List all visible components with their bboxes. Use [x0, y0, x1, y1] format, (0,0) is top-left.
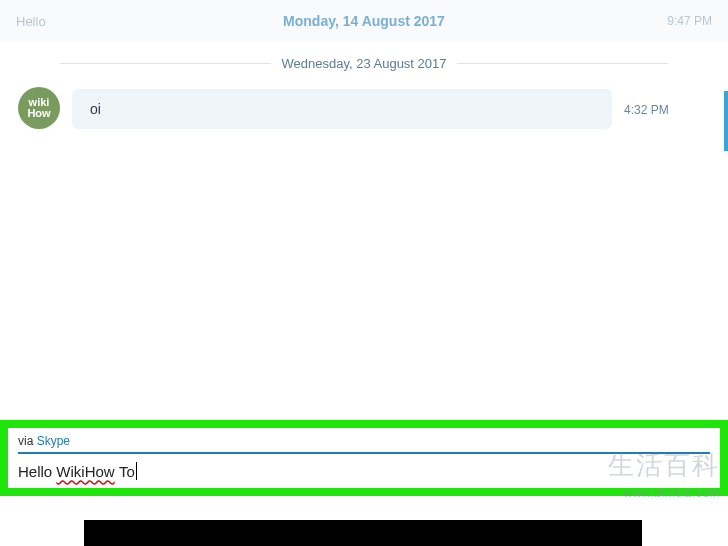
- divider-line-left: [60, 63, 271, 64]
- previous-message-preview: Hello: [16, 14, 46, 29]
- compose-text-suffix: To: [119, 463, 135, 480]
- compose-text-spell-1: WikiHow: [56, 463, 114, 480]
- chat-header: Hello Monday, 14 August 2017 9:47 PM: [0, 0, 728, 42]
- bottom-bar: [84, 520, 642, 546]
- avatar-text-bottom: How: [27, 108, 50, 119]
- divider-date-text: Wednesday, 23 August 2017: [281, 56, 446, 71]
- message-row: wiki How oi 4:32 PM: [0, 81, 728, 135]
- compose-highlight-frame: via Skype Hello WikiHow To: [0, 420, 728, 496]
- message-bubble[interactable]: oi: [72, 89, 612, 129]
- compose-input[interactable]: Hello WikiHow To: [18, 462, 710, 480]
- message-timestamp: 4:32 PM: [624, 103, 669, 117]
- compose-via-line: via Skype: [18, 434, 710, 454]
- divider-line-right: [457, 63, 668, 64]
- text-caret: [136, 462, 137, 480]
- avatar[interactable]: wiki How: [18, 87, 60, 129]
- date-divider: Wednesday, 23 August 2017: [0, 42, 728, 81]
- scroll-indicator[interactable]: [724, 91, 728, 151]
- compose-text-prefix: Hello: [18, 463, 56, 480]
- header-time: 9:47 PM: [667, 14, 712, 28]
- via-prefix: via: [18, 434, 37, 448]
- via-link[interactable]: Skype: [37, 434, 70, 448]
- header-date: Monday, 14 August 2017: [283, 13, 445, 29]
- chat-area[interactable]: Wednesday, 23 August 2017 wiki How oi 4:…: [0, 42, 728, 420]
- compose-box[interactable]: via Skype Hello WikiHow To: [8, 428, 720, 488]
